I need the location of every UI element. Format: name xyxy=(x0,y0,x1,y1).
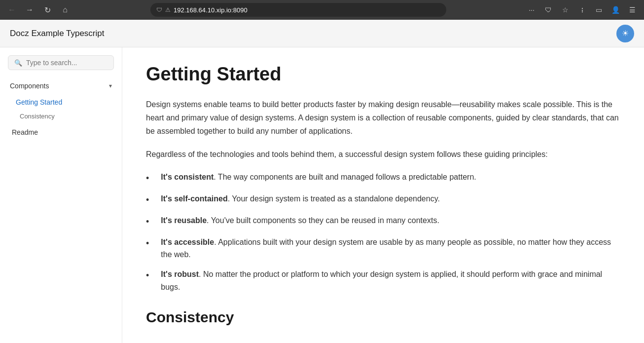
app-title: Docz Example Typescript xyxy=(10,29,104,38)
readme-label: Readme xyxy=(12,128,38,136)
search-box: 🔍 xyxy=(8,55,114,70)
bold-text: It's robust xyxy=(161,270,199,278)
library-button[interactable]: ⫶ xyxy=(575,3,589,17)
main-layout: 🔍 Components ▾ Getting Started Consisten… xyxy=(0,47,644,343)
list-item: It's reusable. You've built components s… xyxy=(146,214,620,229)
bold-text: It's consistent xyxy=(161,173,214,181)
principle-text: . Your design system is treated as a sta… xyxy=(228,194,440,203)
bookmark-button[interactable]: ☆ xyxy=(558,3,572,17)
reload-button[interactable]: ↻ xyxy=(40,3,54,17)
theme-toggle-button[interactable]: ☀ xyxy=(616,25,634,42)
getting-started-label: Getting Started xyxy=(16,98,62,106)
nav-item-readme[interactable]: Readme xyxy=(6,125,116,140)
principle-text: . You've built components so they can be… xyxy=(207,216,439,225)
account-button[interactable]: 👤 xyxy=(608,3,622,17)
bold-text: It's accessible xyxy=(161,238,214,246)
app-header: Docz Example Typescript ☀ xyxy=(0,20,644,47)
list-item: It's self-contained. Your design system … xyxy=(146,192,620,207)
consistency-label: Consistency xyxy=(20,113,55,120)
browser-chrome: ← → ↻ ⌂ 🛡 ⚠ 192.168.64.10.xip.io:8090 ··… xyxy=(0,0,644,20)
security-icon: 🛡 xyxy=(156,6,162,13)
forward-button[interactable]: → xyxy=(23,3,36,17)
list-item: It's robust. No matter the product or pl… xyxy=(146,268,620,293)
sidebar: 🔍 Components ▾ Getting Started Consisten… xyxy=(0,47,122,343)
components-group-header[interactable]: Components ▾ xyxy=(4,78,118,94)
principle-text: . The way components are built and manag… xyxy=(214,173,476,181)
home-button[interactable]: ⌂ xyxy=(58,3,72,17)
back-button[interactable]: ← xyxy=(5,3,19,17)
page-title: Getting Started xyxy=(146,63,620,86)
sidebar-button[interactable]: ▭ xyxy=(592,3,606,17)
list-item: It's consistent. The way components are … xyxy=(146,171,620,186)
bold-text: It's reusable xyxy=(161,216,207,225)
search-icon: 🔍 xyxy=(14,59,22,67)
list-item: It's accessible. Applications built with… xyxy=(146,236,620,261)
address-bar: 🛡 ⚠ 192.168.64.10.xip.io:8090 xyxy=(150,3,446,17)
principles-list: It's consistent. The way components are … xyxy=(146,171,620,293)
nav-item-consistency[interactable]: Consistency xyxy=(6,110,116,123)
nav-items: Getting Started Consistency xyxy=(4,94,118,124)
consistency-section-title: Consistency xyxy=(146,309,620,326)
principles-intro: Regardless of the technologies and tools… xyxy=(146,148,620,161)
bold-text: It's self-contained xyxy=(161,194,227,203)
chevron-down-icon: ▾ xyxy=(109,82,112,89)
search-input[interactable] xyxy=(26,59,107,67)
components-group-label: Components xyxy=(10,82,49,90)
principle-text: . No matter the product or platform to w… xyxy=(161,270,602,291)
nav-item-getting-started[interactable]: Getting Started xyxy=(6,95,116,109)
content-area: Getting Started Design systems enable te… xyxy=(122,47,644,343)
url-display: 192.168.64.10.xip.io:8090 xyxy=(174,6,440,14)
browser-toolbar-right: ··· 🛡 ☆ ⫶ ▭ 👤 ☰ xyxy=(525,3,639,17)
shield-icon: ⚠ xyxy=(165,6,171,13)
principle-text: . Applications built with your design sy… xyxy=(161,238,611,259)
pocket-button[interactable]: 🛡 xyxy=(541,3,555,17)
more-button[interactable]: ··· xyxy=(525,3,538,17)
search-container: 🔍 xyxy=(0,55,122,78)
intro-paragraph: Design systems enable teams to build bet… xyxy=(146,98,620,138)
nav-section: Components ▾ Getting Started Consistency… xyxy=(0,78,122,140)
menu-button[interactable]: ☰ xyxy=(625,3,639,17)
sun-icon: ☀ xyxy=(622,29,629,38)
